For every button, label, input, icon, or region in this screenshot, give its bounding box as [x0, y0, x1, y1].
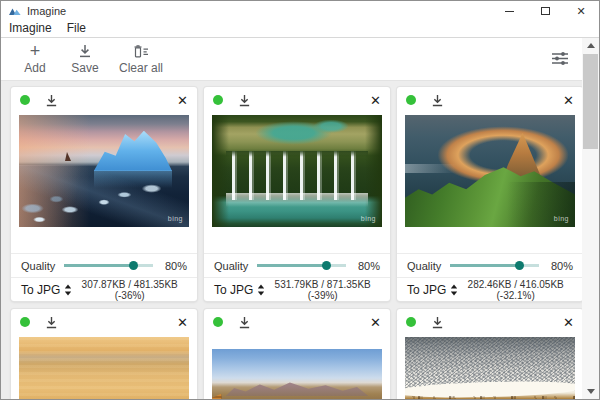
scroll-up-button[interactable] [582, 38, 599, 53]
add-button[interactable]: + Add [13, 43, 57, 75]
thumbnail-bird-shore[interactable] [19, 337, 189, 399]
app-logo-mountain-icon [8, 5, 22, 17]
format-select-arrows-icon [450, 284, 458, 296]
card-header: ✕ [11, 87, 197, 113]
quality-slider[interactable] [257, 260, 346, 271]
thumbnail-desert-kasbah[interactable] [212, 349, 382, 399]
status-dot-icon [406, 317, 416, 327]
format-select[interactable]: To JPG [214, 283, 265, 297]
remove-image-button[interactable]: ✕ [563, 94, 574, 107]
download-icon [431, 316, 444, 329]
download-image-button[interactable] [238, 316, 251, 329]
quality-row: Quality 80% [397, 253, 583, 277]
slider-thumb[interactable] [515, 261, 524, 270]
status-dot-icon [213, 95, 223, 105]
image-card-grid-area: ✕ bing Quality 80% [1, 81, 599, 399]
menu-file[interactable]: File [67, 21, 86, 36]
size-info: 282.46KB / 416.05KB (-32.1%) [458, 279, 573, 301]
thumbnail-iceberg-sunset[interactable]: bing [19, 115, 189, 227]
window-title: Imagine [27, 5, 66, 17]
download-icon [431, 94, 444, 107]
sailboat-silhouette [65, 152, 71, 161]
trash-sweep-icon [133, 43, 149, 59]
settings-tune-button[interactable] [551, 51, 569, 70]
scrollbar[interactable] [582, 38, 599, 399]
image-card: ✕ bing Quality 80% To JPG [204, 87, 390, 301]
quality-value: 80% [548, 260, 573, 272]
maximize-button[interactable] [527, 1, 563, 21]
format-row: To JPG 282.46KB / 416.05KB (-32.1%) [397, 277, 583, 301]
thumbnail-waterfalls[interactable]: bing [212, 115, 382, 227]
close-button[interactable]: ✕ [563, 1, 599, 21]
card-header: ✕ [11, 309, 197, 335]
format-select-arrows-icon [257, 284, 265, 296]
remove-image-button[interactable]: ✕ [370, 94, 381, 107]
watermark: bing [554, 215, 569, 222]
quality-value: 80% [162, 260, 187, 272]
download-icon [45, 94, 58, 107]
save-label: Save [71, 61, 98, 75]
card-header: ✕ [204, 309, 390, 335]
scroll-up-icon [587, 43, 595, 48]
card-header: ✕ [397, 309, 583, 335]
minimize-button[interactable] [491, 1, 527, 21]
download-icon [238, 316, 251, 329]
remove-image-button[interactable]: ✕ [177, 94, 188, 107]
app-window: Imagine ✕ Imagine File + Add Save Clear … [0, 0, 600, 400]
remove-image-button[interactable]: ✕ [563, 316, 574, 329]
image-card: ✕ [11, 309, 197, 399]
format-select[interactable]: To JPG [407, 283, 458, 297]
title-bar: Imagine ✕ [1, 1, 599, 21]
quality-label: Quality [214, 260, 248, 272]
menu-imagine[interactable]: Imagine [9, 21, 52, 36]
format-row: To JPG 531.79KB / 871.35KB (-39%) [204, 277, 390, 301]
format-row: To JPG 307.87KB / 481.35KB (-36%) [11, 277, 197, 301]
format-label: To JPG [407, 283, 446, 297]
clear-all-label: Clear all [119, 61, 163, 75]
image-card: ✕ [204, 309, 390, 399]
thumbnail-mountain-cloud[interactable]: bing [405, 115, 575, 227]
image-card: ✕ [397, 309, 583, 399]
download-icon [238, 94, 251, 107]
quality-slider[interactable] [450, 260, 539, 271]
download-image-button[interactable] [45, 316, 58, 329]
thumbnail-beach-palms[interactable] [405, 337, 575, 399]
minimize-icon [505, 11, 514, 12]
window-controls: ✕ [491, 1, 599, 21]
card-header: ✕ [397, 87, 583, 113]
save-button[interactable]: Save [63, 43, 107, 75]
download-image-button[interactable] [431, 94, 444, 107]
format-label: To JPG [21, 283, 60, 297]
quality-label: Quality [21, 260, 55, 272]
close-icon: ✕ [576, 6, 585, 17]
download-image-button[interactable] [431, 316, 444, 329]
size-info: 307.87KB / 481.35KB (-36%) [72, 279, 187, 301]
toolbar: + Add Save Clear all [1, 38, 599, 81]
quality-slider[interactable] [64, 260, 153, 271]
scroll-down-button[interactable] [582, 384, 599, 399]
status-dot-icon [20, 95, 30, 105]
scroll-down-icon [587, 389, 595, 394]
tune-icon [551, 51, 569, 66]
download-image-button[interactable] [45, 94, 58, 107]
download-icon [78, 43, 92, 59]
status-dot-icon [406, 95, 416, 105]
quality-value: 80% [355, 260, 380, 272]
clear-all-button[interactable]: Clear all [113, 43, 169, 75]
image-card: ✕ bing Quality 80% [397, 87, 583, 301]
format-select[interactable]: To JPG [21, 283, 72, 297]
scrollbar-thumb[interactable] [583, 54, 598, 149]
download-image-button[interactable] [238, 94, 251, 107]
status-dot-icon [213, 317, 223, 327]
remove-image-button[interactable]: ✕ [370, 316, 381, 329]
slider-thumb[interactable] [129, 261, 138, 270]
size-info: 531.79KB / 871.35KB (-39%) [265, 279, 380, 301]
image-card: ✕ bing Quality 80% [11, 87, 197, 301]
add-plus-icon: + [30, 43, 41, 59]
menu-bar: Imagine File [1, 21, 599, 38]
watermark: bing [168, 215, 183, 222]
card-grid: ✕ bing Quality 80% [11, 87, 599, 399]
slider-thumb[interactable] [322, 261, 331, 270]
status-dot-icon [20, 317, 30, 327]
remove-image-button[interactable]: ✕ [177, 316, 188, 329]
